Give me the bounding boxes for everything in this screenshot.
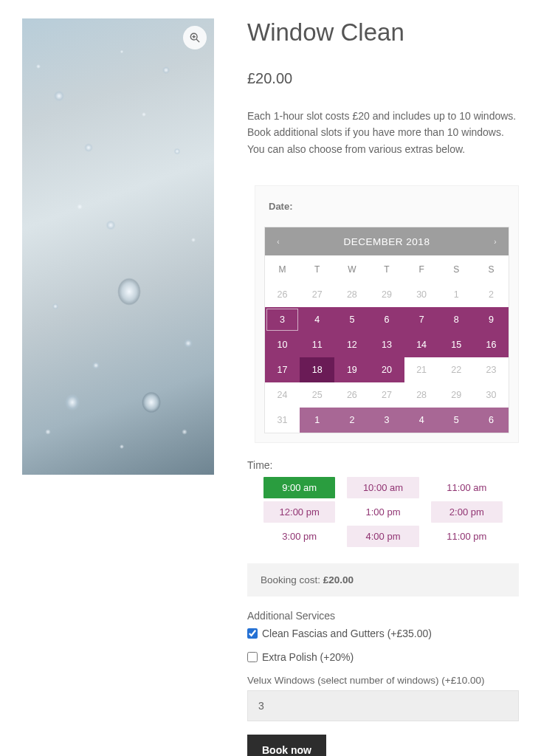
svg-line-1 bbox=[196, 39, 199, 42]
booking-cost: Booking cost: £20.00 bbox=[247, 563, 519, 597]
calendar-day[interactable]: 9 bbox=[474, 307, 509, 332]
calendar-day: 28 bbox=[404, 382, 439, 408]
calendar-dow: W bbox=[334, 255, 369, 282]
addon-label: Extra Polish (+20%) bbox=[262, 651, 354, 663]
time-label: Time: bbox=[247, 459, 519, 471]
calendar-day[interactable]: 5 bbox=[439, 408, 474, 433]
calendar-day[interactable]: 7 bbox=[404, 307, 439, 332]
calendar-dow: S bbox=[474, 255, 509, 282]
calendar-day: 31 bbox=[265, 408, 300, 433]
calendar-day: 27 bbox=[300, 282, 334, 307]
calendar-day[interactable]: 12 bbox=[334, 332, 369, 357]
calendar-day[interactable]: 18 bbox=[300, 357, 334, 382]
addon-checkbox[interactable] bbox=[247, 652, 258, 662]
calendar-day: 26 bbox=[265, 282, 300, 307]
calendar-day[interactable]: 16 bbox=[474, 332, 509, 357]
time-slot[interactable]: 4:00 pm bbox=[347, 526, 418, 547]
product-description: Each 1-hour slot costs £20 and includes … bbox=[247, 108, 519, 157]
calendar-day: 23 bbox=[474, 357, 509, 382]
product-title: Window Clean bbox=[247, 18, 519, 47]
time-slot[interactable]: 2:00 pm bbox=[431, 501, 503, 523]
calendar-day: 1 bbox=[439, 282, 474, 307]
calendar-next-button[interactable]: › bbox=[482, 238, 509, 246]
calendar-day: 22 bbox=[439, 357, 474, 382]
calendar-day[interactable]: 4 bbox=[300, 307, 334, 332]
calendar-dow: T bbox=[300, 255, 334, 282]
calendar-day[interactable]: 2 bbox=[334, 408, 369, 433]
calendar-day: 30 bbox=[404, 282, 439, 307]
calendar-day[interactable]: 8 bbox=[439, 307, 474, 332]
addon-option[interactable]: Clean Fascias and Gutters (+£35.00) bbox=[247, 628, 519, 639]
calendar-day: 25 bbox=[300, 382, 334, 408]
velux-input[interactable] bbox=[247, 690, 519, 721]
addon-checkbox[interactable] bbox=[247, 628, 258, 639]
time-slot[interactable]: 12:00 pm bbox=[263, 501, 335, 523]
calendar-day: 2 bbox=[474, 282, 509, 307]
calendar-day[interactable]: 10 bbox=[265, 332, 300, 357]
calendar-day[interactable]: 15 bbox=[439, 332, 474, 357]
calendar-dow: T bbox=[369, 255, 404, 282]
calendar-day[interactable]: 4 bbox=[404, 408, 439, 433]
calendar-day[interactable]: 19 bbox=[334, 357, 369, 382]
cost-label: Booking cost: bbox=[261, 574, 323, 585]
calendar-day: 21 bbox=[404, 357, 439, 382]
calendar-prev-button[interactable]: ‹ bbox=[265, 238, 292, 246]
calendar-day: 28 bbox=[334, 282, 369, 307]
cost-value: £20.00 bbox=[323, 574, 354, 585]
calendar-day[interactable]: 20 bbox=[369, 357, 404, 382]
addon-option[interactable]: Extra Polish (+20%) bbox=[247, 651, 519, 663]
time-slot[interactable]: 1:00 pm bbox=[347, 501, 418, 523]
time-slot[interactable]: 10:00 am bbox=[347, 477, 418, 498]
date-picker: Date: ‹ DECEMBER 2018 › MTWTFSS 26272829… bbox=[255, 185, 519, 443]
calendar-day[interactable]: 14 bbox=[404, 332, 439, 357]
calendar-dow: F bbox=[404, 255, 439, 282]
calendar-dow: S bbox=[439, 255, 474, 282]
calendar-day[interactable]: 11 bbox=[300, 332, 334, 357]
calendar-day: 30 bbox=[474, 382, 509, 408]
product-image[interactable] bbox=[22, 18, 214, 475]
time-slot[interactable]: 3:00 pm bbox=[263, 526, 335, 547]
calendar-day[interactable]: 3 bbox=[369, 408, 404, 433]
book-now-button[interactable]: Book now bbox=[247, 735, 326, 756]
calendar-day: 26 bbox=[334, 382, 369, 408]
calendar-day[interactable]: 5 bbox=[334, 307, 369, 332]
calendar-dow: M bbox=[265, 255, 300, 282]
addons-title: Additional Services bbox=[247, 610, 519, 622]
calendar-day[interactable]: 13 bbox=[369, 332, 404, 357]
calendar-day[interactable]: 6 bbox=[369, 307, 404, 332]
zoom-icon[interactable] bbox=[183, 26, 207, 49]
calendar-day[interactable]: 17 bbox=[265, 357, 300, 382]
time-slot[interactable]: 11:00 pm bbox=[431, 526, 503, 547]
calendar-day[interactable]: 6 bbox=[474, 408, 509, 433]
calendar-month-title: DECEMBER 2018 bbox=[292, 236, 482, 247]
time-slot[interactable]: 11:00 am bbox=[431, 477, 503, 498]
calendar-day: 29 bbox=[439, 382, 474, 408]
time-slot[interactable]: 9:00 am bbox=[263, 477, 335, 498]
calendar-day: 29 bbox=[369, 282, 404, 307]
product-price: £20.00 bbox=[247, 70, 519, 87]
velux-label: Velux Windows (select number of windows)… bbox=[247, 675, 519, 686]
calendar-day: 27 bbox=[369, 382, 404, 408]
addon-label: Clean Fascias and Gutters (+£35.00) bbox=[262, 628, 432, 639]
date-label: Date: bbox=[264, 201, 509, 212]
calendar-day[interactable]: 3 bbox=[265, 307, 300, 332]
calendar-day[interactable]: 1 bbox=[300, 408, 334, 433]
calendar-day: 24 bbox=[265, 382, 300, 408]
